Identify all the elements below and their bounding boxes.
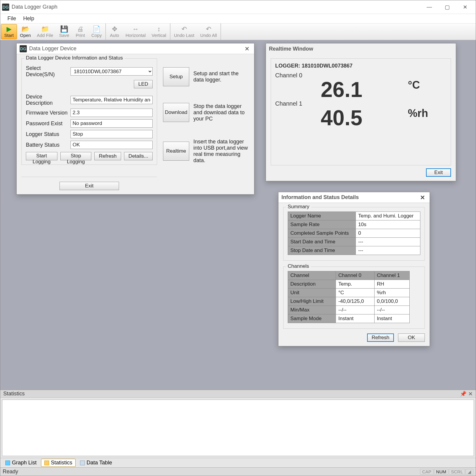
battery-status-label: Battery Status [26,142,71,148]
details-title: Information and Status Details [281,194,418,201]
device-exit-button[interactable]: Exit [60,182,119,190]
tab-statistics[interactable]: Statistics [41,459,76,467]
details-ok-button[interactable]: OK [398,333,425,342]
device-info-groupbox: Data Logger Device Information and Statu… [21,58,157,165]
device-description-label: Device Description [26,94,71,106]
toolbar-auto[interactable]: ✥ Auto [107,24,123,39]
realtime-exit-button[interactable]: Exit [426,168,451,177]
folder-icon: 📁 [41,26,49,33]
statistics-panel: Statistics 📌 ✕ [0,390,476,458]
setup-button[interactable]: Setup [163,67,189,86]
status-resize-grip[interactable]: ◢ [466,469,473,475]
app-icon: DG [20,45,27,52]
toolbar-undo-last[interactable]: ↶ Undo Last [171,24,197,39]
channels-table: ChannelChannel 0Channel 1 DescriptionTem… [288,271,410,323]
refresh-button[interactable]: Refresh [94,152,121,160]
summary-table: Logger NameTemp. and Humi. Logger Sample… [288,212,420,255]
channel-0-value: 26.1 [275,79,408,100]
close-button[interactable]: ✕ [456,1,474,13]
toolbar-start[interactable]: ▶ Start [1,24,17,39]
toolbar-copy[interactable]: 📄 Copy [88,24,105,39]
logger-status-label: Logger Status [26,131,71,137]
realtime-titlebar[interactable]: Realtime Window [266,43,456,54]
undo-icon: ↶ [181,26,187,33]
move-icon: ✥ [112,26,117,33]
folder-open-icon: 📂 [21,26,29,33]
app-icon: DG [2,4,9,11]
bottom-tab-bar: Graph List Statistics Data Table [0,458,476,467]
details-dialog: Information and Status Details ✕ Summary… [278,192,430,346]
toolbar-horizontal[interactable]: ↔ Horizontal [123,24,149,39]
logger-status-field[interactable] [71,130,153,138]
password-exist-label: Password Exist [26,120,71,127]
statistics-body [2,400,474,456]
statistics-title: Statistics [3,391,458,397]
firmware-version-label: Firmware Version [26,110,71,116]
channel-0-unit: °C [408,79,447,91]
toolbar-vertical[interactable]: ↕ Vertical [149,24,169,39]
status-cap: CAP [420,469,433,475]
device-dialog-titlebar[interactable]: DG Data Logger Device ✕ [17,43,254,54]
channel-1-value: 40.5 [275,107,408,129]
data-table-icon [80,461,85,465]
details-titlebar[interactable]: Information and Status Details ✕ [278,192,430,203]
details-refresh-button[interactable]: Refresh [367,333,394,342]
toolbar-print[interactable]: 🖨 Print [72,24,88,39]
summary-legend: Summary [286,204,311,210]
select-device-dropdown[interactable]: 181010DWL0073867 [71,67,153,76]
device-dialog-title: Data Logger Device [29,46,243,52]
menu-file[interactable]: File [4,14,20,23]
details-close[interactable]: ✕ [418,194,427,201]
summary-groupbox: Summary Logger NameTemp. and Humi. Logge… [283,207,425,261]
select-device-label: Select Device(S/N) [26,65,71,78]
toolbar-undo-all[interactable]: ↶ Undo All [197,24,220,39]
statistics-icon [44,461,49,465]
status-bar: Ready CAP NUM SCRL ◢ [0,467,476,476]
maximize-button[interactable]: ▢ [438,1,456,13]
statistics-close-icon[interactable]: ✕ [468,391,473,397]
menubar: File Help [0,14,476,24]
status-num: NUM [434,469,448,475]
save-icon: 💾 [60,26,68,33]
channel-1-unit: %rh [408,107,447,120]
device-groupbox-legend: Data Logger Device Information and Statu… [24,55,125,61]
realtime-groupbox: LOGGER: 181010DWL0073867 Channel 0 26.1 … [271,58,451,165]
tab-data-table[interactable]: Data Table [77,459,115,467]
device-dialog-close[interactable]: ✕ [243,45,251,52]
battery-status-field[interactable] [71,141,153,149]
minimize-button[interactable]: — [420,1,438,13]
toolbar: ▶ Start 📂 Open 📁 Add File 💾 Save 🖨 Print… [0,24,476,40]
horizontal-arrows-icon: ↔ [132,26,139,33]
copy-icon: 📄 [93,26,101,33]
password-exist-field[interactable] [71,119,153,128]
toolbar-save[interactable]: 💾 Save [56,24,72,39]
start-logging-button[interactable]: Start Logging [26,152,57,160]
channels-groupbox: Channels ChannelChannel 0Channel 1 Descr… [283,267,425,329]
window-titlebar: DG Data Logger Graph — ▢ ✕ [0,0,476,14]
vertical-arrows-icon: ↕ [157,26,161,33]
details-button[interactable]: Details... [124,152,153,160]
status-ready: Ready [3,469,419,475]
toolbar-add-file[interactable]: 📁 Add File [34,24,56,39]
realtime-button[interactable]: Realtime [163,142,189,161]
device-dialog: DG Data Logger Device ✕ Data Logger Devi… [16,43,254,195]
realtime-title: Realtime Window [269,46,453,52]
statistics-pin-icon[interactable]: 📌 [460,391,466,397]
toolbar-open[interactable]: 📂 Open [17,24,34,39]
channels-legend: Channels [286,263,311,269]
download-button[interactable]: Download [163,103,189,122]
firmware-version-field[interactable] [71,109,153,117]
realtime-window: Realtime Window LOGGER: 181010DWL0073867… [266,43,456,181]
setup-description: Setup and start the data logger. [193,71,249,83]
led-button[interactable]: LED [134,80,153,88]
download-description: Stop the data logger and download data t… [193,103,249,122]
tab-graph-list[interactable]: Graph List [2,459,40,467]
device-description-field[interactable] [71,96,153,104]
realtime-description: Insert the data logger into USB port,and… [193,139,249,164]
stop-logging-button[interactable]: Stop Logging [60,152,92,160]
window-title: Data Logger Graph [12,4,420,10]
realtime-logger-id: LOGGER: 181010DWL0073867 [275,63,447,69]
play-icon: ▶ [7,26,12,33]
menu-help[interactable]: Help [20,14,38,23]
undo-all-icon: ↶ [206,26,211,33]
